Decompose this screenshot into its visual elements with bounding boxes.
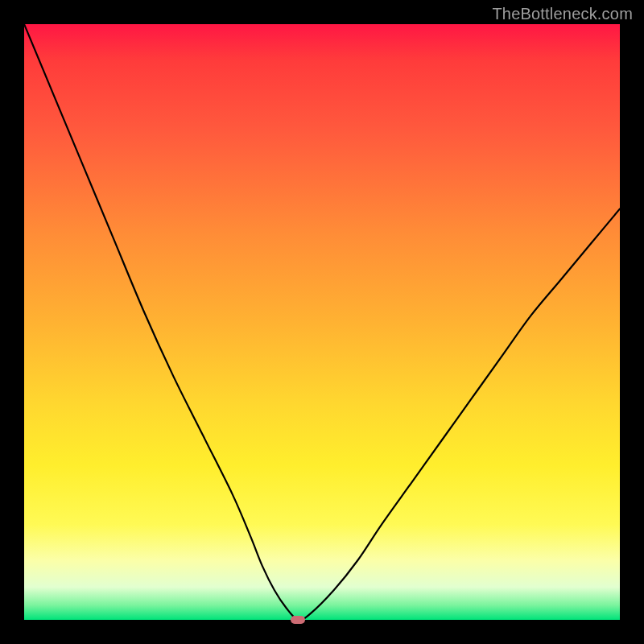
chart-frame: TheBottleneck.com xyxy=(0,0,644,644)
plot-area xyxy=(24,24,620,620)
bottleneck-curve xyxy=(24,24,620,620)
optimal-point-marker xyxy=(291,616,305,624)
watermark-text: TheBottleneck.com xyxy=(492,5,633,23)
